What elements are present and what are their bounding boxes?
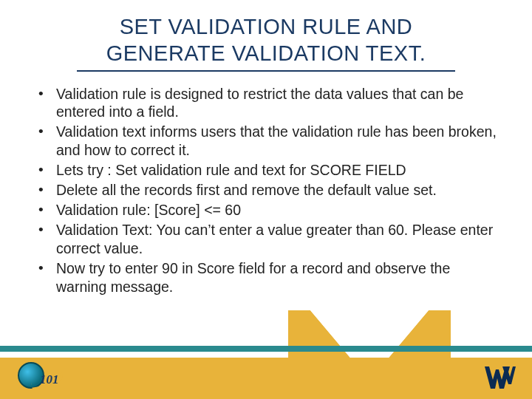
wv-logo-icon <box>483 364 516 392</box>
bullet-text: Validation Text: You can’t enter a value… <box>56 222 493 256</box>
footer: 101 <box>0 346 532 399</box>
list-item: Validation rule is designed to restrict … <box>35 85 497 122</box>
bullet-text: Delete all the records first and remove … <box>56 182 437 198</box>
list-item: Validation Text: You can’t enter a value… <box>35 221 497 258</box>
bullet-text: Lets try : Set validation rule and text … <box>56 162 406 178</box>
slide-title: SET VALIDATION RULE AND GENERATE VALIDAT… <box>77 0 456 72</box>
list-item: Lets try : Set validation rule and text … <box>35 161 497 180</box>
list-item: Validation text informs users that the v… <box>35 123 497 160</box>
accent-bar <box>0 346 532 352</box>
list-item: Delete all the records first and remove … <box>35 181 497 200</box>
bullet-text: Now try to enter 90 in Score field for a… <box>56 260 450 295</box>
title-line-2: GENERATE VALIDATION TEXT. <box>106 41 426 65</box>
logo-number: 101 <box>40 372 59 387</box>
slide: SET VALIDATION RULE AND GENERATE VALIDAT… <box>0 0 532 399</box>
title-line-1: SET VALIDATION RULE AND <box>120 15 413 38</box>
content-area: Validation rule is designed to restrict … <box>0 72 532 296</box>
footer-band <box>0 358 532 399</box>
course-logo: 101 <box>18 362 65 392</box>
list-item: Validation rule: [Score] <= 60 <box>35 201 497 219</box>
bullet-text: Validation rule: [Score] <= 60 <box>56 202 241 218</box>
bullet-text: Validation text informs users that the v… <box>56 123 497 158</box>
bullet-text: Validation rule is designed to restrict … <box>56 86 463 120</box>
list-item: Now try to enter 90 in Score field for a… <box>35 259 497 296</box>
bullet-list: Validation rule is designed to restrict … <box>35 85 497 296</box>
